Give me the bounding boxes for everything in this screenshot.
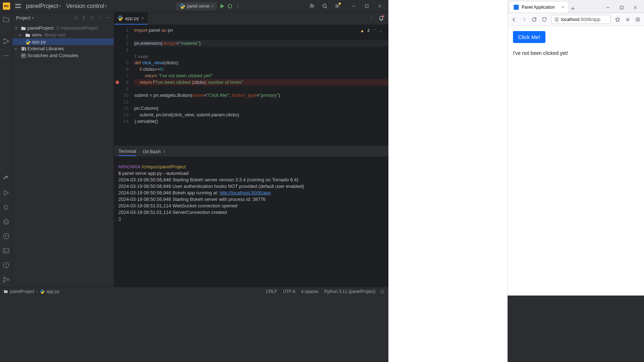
run-button[interactable] xyxy=(219,3,225,9)
window-close-button[interactable] xyxy=(374,1,386,11)
problems-tool-icon[interactable] xyxy=(3,262,10,269)
terminal-tab[interactable]: Terminal xyxy=(118,147,136,156)
debug-button[interactable] xyxy=(227,3,233,9)
tree-item[interactable]: app.py xyxy=(12,38,114,45)
app-menu-button[interactable] xyxy=(635,17,641,22)
tree-item[interactable]: Scratches and Consoles xyxy=(12,52,114,59)
lib-icon xyxy=(21,46,26,51)
code-line xyxy=(134,47,388,53)
svg-point-4 xyxy=(238,5,239,7)
window-maximize-button[interactable] xyxy=(361,1,373,11)
url-bar[interactable]: localhost:5006/app xyxy=(551,15,611,24)
debug-tool-icon[interactable] xyxy=(3,204,10,211)
project-dropdown[interactable]: panelProject ▾ xyxy=(26,3,61,9)
warning-icon: ▲ xyxy=(360,27,364,34)
more-actions-button[interactable] xyxy=(235,3,241,9)
new-tab-button[interactable]: + xyxy=(568,5,578,13)
terminal-tab[interactable]: Git Bash× xyxy=(143,147,165,156)
svg-point-7 xyxy=(323,4,326,7)
editor-area: app.py × ▲ 4 ⌃ ⌄ 1234567891011121314 imp… xyxy=(114,12,388,287)
browser-tab[interactable]: Panel Application × xyxy=(510,2,568,13)
editor-tab-label: app.py xyxy=(125,16,139,21)
tree-label: External Libraries xyxy=(27,46,64,51)
bookmark-button[interactable] xyxy=(614,17,621,22)
editor-options-icon[interactable] xyxy=(369,16,374,21)
python-packages-icon[interactable] xyxy=(3,175,10,182)
svg-point-3 xyxy=(238,4,239,5)
back-button[interactable] xyxy=(511,17,517,22)
terminal-line: 2024-03-19 08:50:56,946 Bokeh app runnin… xyxy=(118,190,384,196)
more-tool-icon[interactable] xyxy=(3,52,10,59)
scratch-icon xyxy=(21,53,26,58)
chevron-up-icon[interactable]: ⌃ xyxy=(373,27,376,34)
terminal-line: 2024-03-19 08:50:56,946 User authenticat… xyxy=(118,183,384,190)
window-maximize-button[interactable] xyxy=(615,3,628,13)
search-everywhere-button[interactable] xyxy=(322,3,328,9)
run-config-dropdown[interactable]: panel serve ▾ xyxy=(176,2,217,10)
settings-icon[interactable] xyxy=(97,15,102,20)
chevron-down-icon[interactable]: ⌄ xyxy=(379,27,383,34)
line-number: 9 xyxy=(121,86,129,92)
breakpoint-icon[interactable] xyxy=(116,81,119,84)
tree-item[interactable]: ▾panelProjectC:\repos\panelProject xyxy=(12,25,114,31)
status-item[interactable]: UTF-8 xyxy=(283,289,295,294)
forward-button[interactable] xyxy=(521,17,527,22)
svg-point-8 xyxy=(336,5,338,7)
terminal-line: 2024-03-19 08:51:01,114 ServerConnection… xyxy=(118,209,384,216)
tree-item[interactable]: ▸venvlibrary root xyxy=(12,31,114,38)
settings-button[interactable] xyxy=(334,3,340,9)
project-tool-icon[interactable] xyxy=(3,16,10,23)
favicon-icon xyxy=(514,5,519,10)
shield-icon[interactable] xyxy=(541,17,548,22)
collapse-all-icon[interactable] xyxy=(89,15,94,20)
terminal-tool-icon[interactable] xyxy=(3,247,10,254)
close-icon[interactable]: × xyxy=(163,149,166,154)
status-item[interactable]: 4 spaces xyxy=(301,289,318,294)
lock-icon[interactable] xyxy=(380,289,385,294)
breadcrumb[interactable]: panelProject › app.py xyxy=(4,289,60,294)
code-with-me-icon[interactable] xyxy=(310,3,316,9)
tree-label: Scratches and Consoles xyxy=(27,53,78,58)
python-icon xyxy=(180,4,185,9)
line-number: 3 xyxy=(121,40,129,47)
chevron-icon: ▸ xyxy=(15,46,19,51)
notifications-icon[interactable] xyxy=(378,16,384,21)
window-minimize-button[interactable] xyxy=(348,1,360,11)
status-item[interactable]: CRLF xyxy=(266,289,277,294)
svg-point-10 xyxy=(3,39,5,40)
structure-tool-icon[interactable] xyxy=(3,38,10,45)
run-tool-icon[interactable] xyxy=(3,189,10,197)
inspection-widget[interactable]: ▲ 4 ⌃ ⌄ xyxy=(360,27,383,34)
status-item[interactable]: Python 3.11 (panelProject) xyxy=(324,289,375,294)
terminal-output[interactable]: MINGW64 /c/repos/panelProject$ panel ser… xyxy=(114,156,388,287)
editor-tab-file[interactable]: app.py × xyxy=(114,12,148,25)
window-close-button[interactable] xyxy=(629,3,642,13)
terminal-link[interactable]: http://localhost:5006/app xyxy=(219,190,271,195)
browser-tab-strip: Panel Application × + xyxy=(508,0,644,13)
overflow-button[interactable] xyxy=(625,17,631,22)
reload-button[interactable] xyxy=(531,17,538,22)
python-console-icon[interactable] xyxy=(3,233,10,240)
code-lines: import panel as pnpn.extension(design="m… xyxy=(131,25,388,146)
click-me-button[interactable]: Click Me! xyxy=(513,31,545,43)
line-number-gutter: 1234567891011121314 xyxy=(121,25,131,146)
hide-tool-window-icon[interactable] xyxy=(105,15,110,20)
expand-all-icon[interactable] xyxy=(81,15,86,20)
close-tab-button[interactable]: × xyxy=(141,15,144,21)
breakpoint-gutter[interactable] xyxy=(114,25,121,146)
vcs-tool-icon[interactable] xyxy=(3,276,10,283)
main-menu-button[interactable] xyxy=(15,4,21,8)
code-editor[interactable]: ▲ 4 ⌃ ⌄ 1234567891011121314 import panel… xyxy=(114,25,388,146)
vcs-label: Version control xyxy=(66,3,104,9)
vcs-dropdown[interactable]: Version control ▾ xyxy=(66,3,107,9)
svg-point-33 xyxy=(371,17,372,17)
window-minimize-button[interactable] xyxy=(601,3,614,13)
close-tab-button[interactable]: × xyxy=(562,5,564,10)
select-opened-file-icon[interactable] xyxy=(73,15,78,20)
tree-item[interactable]: ▸External Libraries xyxy=(12,45,114,52)
services-tool-icon[interactable] xyxy=(3,218,10,225)
project-tool-title[interactable]: Project ▾ xyxy=(16,15,34,21)
terminal-path: /c/repos/panelProject xyxy=(142,164,186,169)
code-line: return "I've not been clicked yet!" xyxy=(134,73,388,79)
tree-hint: library root xyxy=(44,33,65,38)
